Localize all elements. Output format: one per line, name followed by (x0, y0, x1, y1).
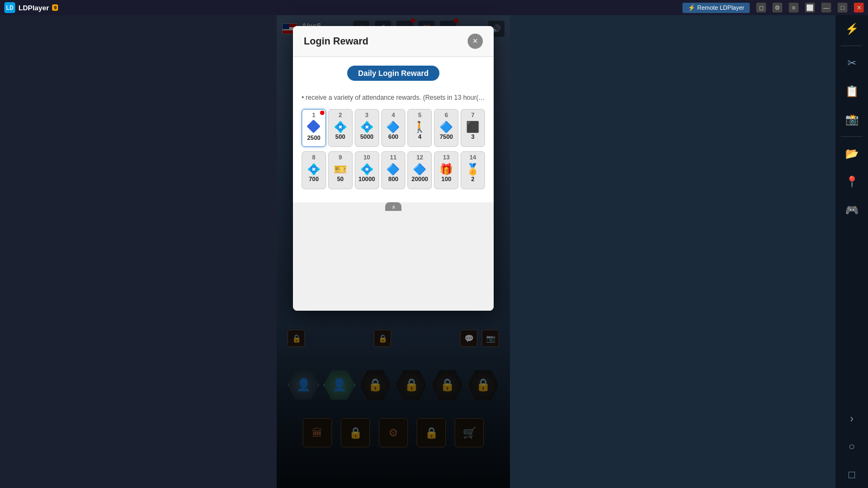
reward-grid-row1: 1 2500 2 💠 500 3 💠 5000 (302, 109, 485, 147)
sidebar-icon-7[interactable]: 🎮 (838, 196, 865, 223)
login-reward-modal: Login Reward × Daily Login Reward • rece… (293, 26, 494, 311)
reward-day-8[interactable]: 8 💠 700 (302, 151, 326, 189)
taskbar-icon-1[interactable]: ◻ (756, 3, 766, 12)
sidebar-icon-arrow[interactable]: › (838, 404, 865, 432)
reward-day-10[interactable]: 10 💠 10000 (355, 151, 379, 189)
sidebar-divider-2 (841, 136, 863, 137)
modal-footer: ∧ (293, 202, 494, 311)
sidebar-icon-square[interactable]: □ (838, 461, 865, 488)
reward-day-5[interactable]: 5 🚶 4 (407, 109, 432, 147)
modal-body: Daily Login Reward • receive a variety o… (293, 57, 494, 202)
sidebar-divider-1 (841, 46, 863, 46)
taskbar-icon-2[interactable]: ⚙ (773, 3, 782, 12)
ld-version-badge: 9 (52, 4, 58, 11)
reward-day-6[interactable]: 6 🔷 7500 (434, 109, 458, 147)
reward-day-13[interactable]: 13 🎁 100 (434, 151, 458, 189)
ld-controls: ⚡ Remote LDPlayer ◻ ⚙ ≡ ⬜ — □ ✕ (682, 3, 864, 13)
modal-header: Login Reward × (293, 26, 494, 57)
remote-ldplayer-button[interactable]: ⚡ Remote LDPlayer (682, 3, 750, 13)
taskbar-icon-4[interactable]: ⬜ (805, 3, 815, 12)
reward-day-11[interactable]: 11 🔷 800 (381, 151, 406, 189)
modal-title: Login Reward (304, 36, 368, 47)
right-sidebar: ⚡ ✂ 📋 📸 📂 📍 🎮 › ○ □ (835, 0, 868, 488)
daily-login-tab[interactable]: Daily Login Reward (347, 66, 439, 81)
reward-grid-row2: 8 💠 700 9 🎫 50 10 💠 10000 (302, 151, 485, 189)
sidebar-icon-4[interactable]: 📸 (838, 106, 865, 133)
modal-overlay: Login Reward × Daily Login Reward • rece… (277, 15, 510, 488)
reward-day-1[interactable]: 1 2500 (302, 109, 326, 147)
game-area: AlecS 3 / 500 🗓 🔒 ⚑ 🎒 ⚙ 🔊 🔒 | Backstreet… (277, 0, 510, 488)
reward-day-12[interactable]: 12 🔷 20000 (407, 151, 432, 189)
ld-logo: LD LDPlayer 9 (4, 2, 58, 13)
ld-taskbar: LD LDPlayer 9 ⚡ Remote LDPlayer ◻ ⚙ ≡ ⬜ … (0, 0, 868, 15)
reward-day-4[interactable]: 4 🔷 600 (381, 109, 406, 147)
taskbar-icon-3[interactable]: ≡ (789, 3, 799, 12)
reward-description: • receive a variety of attendance reward… (302, 94, 485, 101)
close-button[interactable]: ✕ (854, 3, 864, 12)
minimize-button[interactable]: — (821, 3, 831, 12)
ld-logo-text: LDPlayer (18, 4, 49, 12)
maximize-button[interactable]: □ (838, 3, 847, 12)
reward-day-7[interactable]: 7 ⬛ 3 (461, 109, 485, 147)
sidebar-icon-circle[interactable]: ○ (838, 433, 865, 460)
tab-row: Daily Login Reward (302, 66, 485, 87)
sidebar-icon-3[interactable]: 📋 (838, 78, 865, 105)
reward-day-3[interactable]: 3 💠 5000 (355, 109, 379, 147)
modal-close-button[interactable]: × (468, 34, 483, 49)
ld-logo-icon: LD (4, 2, 15, 13)
modal-scroll-handle[interactable]: ∧ (385, 202, 401, 211)
sidebar-icon-2[interactable]: ✂ (838, 49, 865, 76)
reward-day-2[interactable]: 2 💠 500 (328, 109, 353, 147)
reward-day-9[interactable]: 9 🎫 50 (328, 151, 353, 189)
sidebar-icon-6[interactable]: 📍 (838, 168, 865, 195)
sidebar-icon-5[interactable]: 📂 (838, 140, 865, 167)
sidebar-icon-1[interactable]: ⚡ (838, 15, 865, 42)
reward-day-14[interactable]: 14 🏅 2 (461, 151, 485, 189)
left-dark-area (0, 0, 277, 488)
